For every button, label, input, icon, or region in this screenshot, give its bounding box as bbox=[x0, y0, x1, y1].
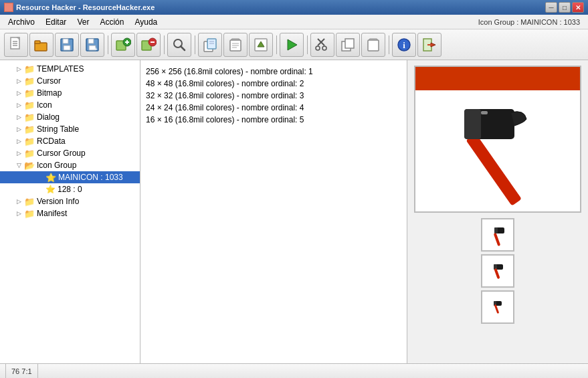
tree-item-manifest[interactable]: ▷ 📁 Manifest bbox=[0, 207, 140, 219]
preview-content bbox=[415, 90, 580, 211]
minimize-button[interactable]: ─ bbox=[545, 2, 557, 13]
label-rcdata: RCData bbox=[37, 136, 66, 146]
expand-templates[interactable]: ▷ bbox=[13, 64, 24, 74]
svg-point-37 bbox=[322, 46, 326, 50]
svg-rect-52 bbox=[494, 227, 498, 233]
icon-preview-24 bbox=[481, 290, 514, 324]
expand-bitmap[interactable]: ▷ bbox=[13, 88, 24, 98]
menu-items: Archivo Editar Ver Acción Ayuda bbox=[3, 16, 163, 28]
info-button[interactable]: i bbox=[392, 33, 416, 57]
maximize-button[interactable]: □ bbox=[559, 2, 571, 13]
paste-button[interactable] bbox=[361, 33, 385, 57]
svg-marker-33 bbox=[288, 39, 297, 50]
svg-text:+: + bbox=[94, 46, 98, 52]
toolbar: + i bbox=[0, 29, 588, 60]
label-icongroup: Icon Group bbox=[37, 161, 76, 170]
add-resource-button[interactable] bbox=[111, 33, 135, 57]
tree-item-icongroup[interactable]: ▽ 📂 Icon Group bbox=[0, 159, 140, 171]
star-icon-128: ⭐ bbox=[45, 185, 56, 194]
menu-ver[interactable]: Ver bbox=[72, 16, 94, 28]
tree-item-cursorgroup[interactable]: ▷ 📁 Cursor Group bbox=[0, 147, 140, 159]
expand-cursor[interactable]: ▷ bbox=[13, 76, 24, 86]
tree-item-rcdata[interactable]: ▷ 📁 RCData bbox=[0, 135, 140, 147]
svg-rect-4 bbox=[35, 43, 47, 51]
folder-icon-cursor: 📁 bbox=[24, 76, 35, 86]
hammer-svg-32 bbox=[487, 260, 508, 282]
expand-rcdata[interactable]: ▷ bbox=[13, 136, 24, 147]
tree-item-stringtable[interactable]: ▷ 📁 String Table bbox=[0, 123, 140, 135]
separator-4 bbox=[274, 33, 278, 57]
label-bitmap: Bitmap bbox=[37, 88, 62, 98]
tree-item-128[interactable]: ⭐ 128 : 0 bbox=[0, 183, 140, 195]
label-manifest: Manifest bbox=[37, 209, 67, 218]
svg-rect-53 bbox=[494, 233, 501, 246]
menu-accion[interactable]: Acción bbox=[94, 16, 129, 28]
content-panel: 256 × 256 (16.8mil colores) - nombre ord… bbox=[140, 60, 407, 363]
search-button[interactable] bbox=[167, 33, 191, 57]
content-line-2: 48 × 48 (16.8mil colores) - nombre ordin… bbox=[146, 78, 401, 90]
menu-editar[interactable]: Editar bbox=[40, 16, 72, 28]
separator-6 bbox=[387, 33, 391, 57]
svg-rect-39 bbox=[345, 39, 354, 48]
window-controls: ─ □ ✕ bbox=[545, 2, 584, 13]
app-icon bbox=[4, 3, 13, 12]
icon-preview-large bbox=[414, 66, 581, 213]
paste-resource-button[interactable] bbox=[223, 33, 248, 57]
tree-item-bitmap[interactable]: ▷ 📁 Bitmap bbox=[0, 87, 140, 99]
main-area: ▷ 📁 TEMPLATES ▷ 📁 Cursor ▷ 📁 Bitmap ▷ 📁 … bbox=[0, 60, 588, 363]
svg-point-36 bbox=[316, 46, 320, 50]
new-button[interactable] bbox=[4, 33, 28, 57]
label-128: 128 : 0 bbox=[58, 185, 82, 194]
menu-archivo[interactable]: Archivo bbox=[3, 16, 40, 28]
tree-item-mainicon[interactable]: ⭐ MAINICON : 1033 bbox=[0, 171, 140, 183]
save-button[interactable] bbox=[55, 33, 79, 57]
tree-item-versioninfo[interactable]: ▷ 📁 Version Info bbox=[0, 195, 140, 207]
svg-line-21 bbox=[181, 46, 185, 50]
close-button[interactable]: ✕ bbox=[572, 2, 584, 13]
label-versioninfo: Version Info bbox=[37, 197, 79, 206]
folder-icon-stringtable: 📁 bbox=[24, 124, 35, 134]
exit-button[interactable] bbox=[417, 33, 442, 57]
tree-item-cursor[interactable]: ▷ 📁 Cursor bbox=[0, 75, 140, 87]
expand-dialog[interactable]: ▷ bbox=[13, 112, 24, 122]
save-as-button[interactable]: + bbox=[80, 33, 104, 57]
label-icon: Icon bbox=[37, 100, 52, 110]
content-line-5: 16 × 16 (16.8mil colores) - nombre ordin… bbox=[146, 114, 401, 126]
expand-icon[interactable]: ▷ bbox=[13, 100, 24, 110]
hammer-svg-large bbox=[427, 92, 568, 209]
hammer-svg-24 bbox=[488, 298, 507, 316]
hammer-svg-48 bbox=[485, 222, 510, 248]
copy-button[interactable] bbox=[336, 33, 360, 57]
label-cursorgroup: Cursor Group bbox=[37, 149, 86, 158]
icon-preview-32 bbox=[481, 254, 514, 288]
star-icon-mainicon: ⭐ bbox=[45, 173, 56, 183]
expand-cursorgroup[interactable]: ▷ bbox=[13, 148, 24, 159]
label-cursor: Cursor bbox=[37, 76, 61, 86]
expand-versioninfo[interactable]: ▷ bbox=[13, 196, 24, 207]
tree-item-dialog[interactable]: ▷ 📁 Dialog bbox=[0, 111, 140, 123]
save-binary-button[interactable] bbox=[249, 33, 273, 57]
folder-icon-dialog: 📁 bbox=[24, 112, 35, 122]
tree-panel[interactable]: ▷ 📁 TEMPLATES ▷ 📁 Cursor ▷ 📁 Bitmap ▷ 📁 … bbox=[0, 60, 140, 363]
folder-icon-rcdata: 📁 bbox=[24, 136, 35, 147]
svg-rect-5 bbox=[35, 41, 40, 43]
menu-bar: Archivo Editar Ver Acción Ayuda Icon Gro… bbox=[0, 15, 588, 29]
separator-2 bbox=[162, 33, 166, 57]
status-position: 76 7:1 bbox=[5, 364, 38, 378]
svg-rect-49 bbox=[464, 109, 481, 139]
content-line-3: 32 × 32 (16.8mil colores) - nombre ordin… bbox=[146, 90, 401, 102]
svg-text:i: i bbox=[403, 40, 405, 50]
play-button[interactable] bbox=[280, 33, 304, 57]
expand-icongroup[interactable]: ▽ bbox=[13, 160, 24, 171]
copy-resource-button[interactable] bbox=[198, 33, 222, 57]
expand-stringtable[interactable]: ▷ bbox=[13, 124, 24, 134]
svg-rect-8 bbox=[64, 45, 70, 50]
remove-resource-button[interactable] bbox=[136, 33, 161, 57]
tree-item-templates[interactable]: ▷ 📁 TEMPLATES bbox=[0, 63, 140, 75]
cut-button[interactable] bbox=[310, 33, 334, 57]
expand-manifest[interactable]: ▷ bbox=[13, 208, 24, 219]
open-button[interactable] bbox=[29, 33, 54, 57]
tree-item-icon[interactable]: ▷ 📁 Icon bbox=[0, 99, 140, 111]
content-line-1: 256 × 256 (16.8mil colores) - nombre ord… bbox=[146, 66, 401, 78]
menu-ayuda[interactable]: Ayuda bbox=[129, 16, 163, 28]
